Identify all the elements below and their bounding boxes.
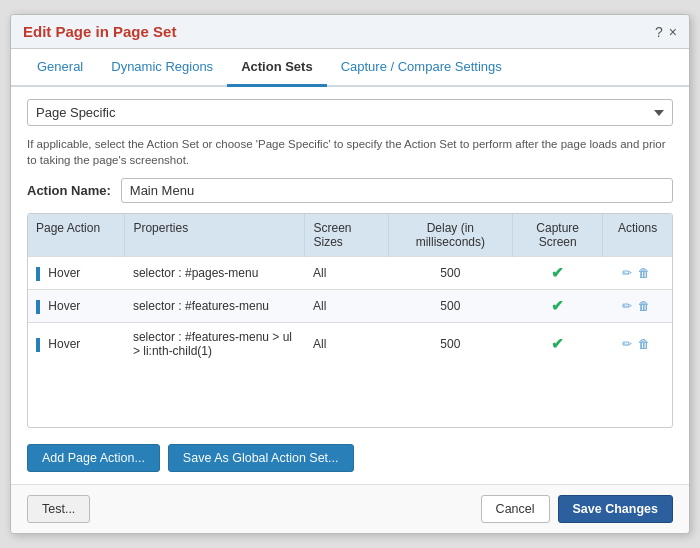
- delete-icon[interactable]: 🗑: [638, 299, 650, 313]
- col-header-properties: Properties: [125, 214, 305, 257]
- table-row: Hover selector : #features-menu > ul > l…: [28, 323, 672, 366]
- dialog-header-icons: ? ×: [655, 24, 677, 40]
- tab-capture-compare[interactable]: Capture / Compare Settings: [327, 49, 516, 87]
- row-actions-cell: ✏ 🗑: [603, 257, 672, 290]
- capture-screen-cell: ✔: [513, 290, 603, 323]
- page-action-cell: Hover: [28, 290, 125, 323]
- action-bar-icon: [36, 300, 40, 314]
- page-action-cell: Hover: [28, 323, 125, 366]
- capture-screen-cell: ✔: [513, 323, 603, 366]
- delay-cell: 500: [388, 323, 513, 366]
- check-icon: ✔: [551, 264, 564, 281]
- page-action-cell: Hover: [28, 257, 125, 290]
- description-text: If applicable, select the Action Set or …: [27, 136, 673, 168]
- action-name-label: Action Name:: [27, 183, 111, 198]
- capture-screen-cell: ✔: [513, 257, 603, 290]
- dialog-title: Edit Page in Page Set: [23, 23, 176, 40]
- dialog-footer: Test... Cancel Save Changes: [11, 484, 689, 533]
- check-icon: ✔: [551, 335, 564, 352]
- table-row: Hover selector : #features-menu All 500 …: [28, 290, 672, 323]
- properties-cell: selector : #features-menu: [125, 290, 305, 323]
- action-set-select[interactable]: Page Specific Global: [27, 99, 673, 126]
- screen-sizes-cell: All: [305, 257, 388, 290]
- footer-left: Test...: [27, 495, 90, 523]
- table-row: Hover selector : #pages-menu All 500 ✔ ✏…: [28, 257, 672, 290]
- delete-icon[interactable]: 🗑: [638, 266, 650, 280]
- col-header-screen: Screen Sizes: [305, 214, 388, 257]
- dialog: Edit Page in Page Set ? × General Dynami…: [10, 14, 690, 534]
- actions-table: Page Action Properties Screen Sizes Dela…: [28, 214, 672, 365]
- tab-dynamic-regions[interactable]: Dynamic Regions: [97, 49, 227, 87]
- dialog-body: Page Specific Global If applicable, sele…: [11, 87, 689, 484]
- add-page-action-button[interactable]: Add Page Action...: [27, 444, 160, 472]
- screen-sizes-cell: All: [305, 323, 388, 366]
- save-global-action-button[interactable]: Save As Global Action Set...: [168, 444, 354, 472]
- col-header-actions: Actions: [603, 214, 672, 257]
- row-actions-cell: ✏ 🗑: [603, 323, 672, 366]
- footer-right: Cancel Save Changes: [481, 495, 673, 523]
- row-actions-cell: ✏ 🗑: [603, 290, 672, 323]
- action-bar-icon: [36, 338, 40, 352]
- cancel-button[interactable]: Cancel: [481, 495, 550, 523]
- delete-icon[interactable]: 🗑: [638, 337, 650, 351]
- action-name-row: Action Name:: [27, 178, 673, 203]
- close-icon[interactable]: ×: [669, 24, 677, 40]
- action-bar-icon: [36, 267, 40, 281]
- action-name-input[interactable]: [121, 178, 673, 203]
- properties-cell: selector : #pages-menu: [125, 257, 305, 290]
- properties-cell: selector : #features-menu > ul > li:nth-…: [125, 323, 305, 366]
- col-header-page-action: Page Action: [28, 214, 125, 257]
- test-button[interactable]: Test...: [27, 495, 90, 523]
- screen-sizes-cell: All: [305, 290, 388, 323]
- col-header-delay: Delay (in milliseconds): [388, 214, 513, 257]
- tab-action-sets[interactable]: Action Sets: [227, 49, 327, 87]
- tab-bar: General Dynamic Regions Action Sets Capt…: [11, 49, 689, 87]
- tab-general[interactable]: General: [23, 49, 97, 87]
- dialog-header: Edit Page in Page Set ? ×: [11, 15, 689, 49]
- delay-cell: 500: [388, 257, 513, 290]
- check-icon: ✔: [551, 297, 564, 314]
- help-icon[interactable]: ?: [655, 24, 663, 40]
- actions-table-container: Page Action Properties Screen Sizes Dela…: [27, 213, 673, 428]
- save-changes-button[interactable]: Save Changes: [558, 495, 673, 523]
- action-set-select-row: Page Specific Global: [27, 99, 673, 126]
- edit-icon[interactable]: ✏: [622, 299, 632, 313]
- delay-cell: 500: [388, 290, 513, 323]
- edit-icon[interactable]: ✏: [622, 266, 632, 280]
- col-header-capture: Capture Screen: [513, 214, 603, 257]
- bottom-buttons: Add Page Action... Save As Global Action…: [27, 438, 673, 472]
- edit-icon[interactable]: ✏: [622, 337, 632, 351]
